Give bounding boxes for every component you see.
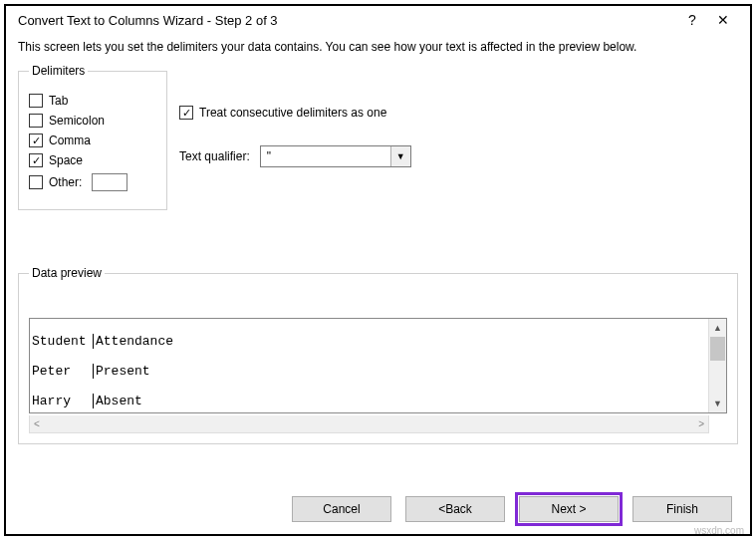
preview-content: StudentAttendance PeterPresent HarryAbse… — [30, 319, 708, 412]
text-qualifier-value: " — [261, 149, 390, 163]
description-text: This screen lets you set the delimiters … — [18, 36, 738, 64]
scroll-up-icon[interactable]: ▲ — [709, 319, 726, 337]
close-button[interactable]: ✕ — [706, 12, 740, 28]
delimiters-legend: Delimiters — [29, 64, 88, 78]
help-button[interactable]: ? — [678, 12, 706, 28]
dialog-window: Convert Text to Columns Wizard - Step 2 … — [4, 4, 752, 536]
data-preview-group: Data preview StudentAttendance PeterPres… — [18, 266, 738, 444]
horizontal-scrollbar[interactable]: < > — [29, 415, 709, 433]
treat-consecutive-checkbox[interactable] — [179, 106, 193, 120]
data-preview-legend: Data preview — [29, 266, 105, 280]
preview-box: StudentAttendance PeterPresent HarryAbse… — [29, 318, 727, 413]
next-button[interactable]: Next > — [519, 496, 619, 522]
delim-other-row[interactable]: Other: — [29, 173, 158, 191]
watermark: wsxdn.com — [694, 525, 744, 536]
delim-space-row[interactable]: Space — [29, 153, 158, 167]
delim-space-checkbox[interactable] — [29, 153, 43, 167]
delim-space-label: Space — [49, 153, 83, 167]
table-row: HarryAbsent — [30, 394, 708, 408]
delim-comma-label: Comma — [49, 134, 91, 147]
delim-comma-row[interactable]: Comma — [29, 134, 158, 147]
button-bar: Cancel < Back Next > Finish — [292, 496, 732, 522]
delim-semicolon-row[interactable]: Semicolon — [29, 114, 158, 128]
delim-semicolon-checkbox[interactable] — [29, 114, 43, 128]
chevron-down-icon[interactable]: ▼ — [390, 146, 410, 166]
title-bar: Convert Text to Columns Wizard - Step 2 … — [6, 6, 750, 34]
treat-consecutive-label: Treat consecutive delimiters as one — [199, 106, 386, 120]
scroll-left-icon[interactable]: < — [34, 418, 40, 429]
delim-other-checkbox[interactable] — [29, 175, 43, 189]
delim-tab-checkbox[interactable] — [29, 94, 43, 108]
delimiters-group: Delimiters Tab Semicolon Comma Space — [18, 64, 167, 210]
delim-semicolon-label: Semicolon — [49, 114, 105, 128]
delim-comma-checkbox[interactable] — [29, 134, 43, 147]
table-row: PeterPresent — [30, 364, 708, 379]
text-qualifier-label: Text qualifier: — [179, 149, 250, 163]
back-button[interactable]: < Back — [405, 496, 505, 522]
delim-other-label: Other: — [49, 175, 82, 189]
scroll-thumb[interactable] — [710, 337, 725, 361]
scroll-down-icon[interactable]: ▼ — [709, 395, 726, 412]
dialog-title: Convert Text to Columns Wizard - Step 2 … — [18, 13, 678, 28]
scroll-right-icon[interactable]: > — [698, 418, 704, 429]
table-row: StudentAttendance — [30, 334, 708, 349]
vertical-scrollbar[interactable]: ▲ ▼ — [708, 319, 726, 412]
finish-button[interactable]: Finish — [632, 496, 732, 522]
delim-tab-label: Tab — [49, 94, 68, 108]
cancel-button[interactable]: Cancel — [292, 496, 391, 522]
treat-consecutive-row[interactable]: Treat consecutive delimiters as one — [179, 106, 738, 120]
delim-tab-row[interactable]: Tab — [29, 94, 158, 108]
text-qualifier-select[interactable]: " ▼ — [260, 145, 411, 167]
delim-other-input[interactable] — [92, 173, 127, 191]
